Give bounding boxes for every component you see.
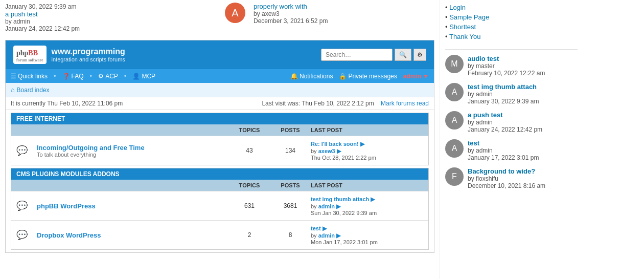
forum-nav-right: 🔔 Notifications 🔒 Private messages admin… bbox=[290, 73, 429, 80]
col-header-name bbox=[16, 127, 229, 133]
nav-quicklinks[interactable]: ☰ Quick links bbox=[11, 73, 48, 80]
forum-last-by: by axew3 ▶ bbox=[311, 147, 423, 155]
category-title: FREE INTERNET bbox=[11, 113, 428, 124]
page-link[interactable]: Thank You bbox=[449, 33, 480, 40]
nav-mcp[interactable]: 👤 MCP bbox=[132, 73, 155, 80]
page-item: Sample Page bbox=[445, 12, 578, 22]
comment-avatar: M bbox=[445, 55, 464, 73]
col-header-topics: TOPICS bbox=[229, 127, 270, 133]
col-header-posts: POSTS bbox=[270, 127, 311, 133]
comment-title-link[interactable]: test img thumb attach bbox=[468, 83, 539, 91]
recent-comment-item: A a push test by admin January 24, 2022 … bbox=[445, 111, 578, 133]
recent-comment-item: A test by admin January 17, 2022 3:01 pm bbox=[445, 139, 578, 161]
category-title: CMS PLUGINS MODULES ADDONS bbox=[11, 168, 428, 180]
lock-icon: 🔒 bbox=[339, 73, 347, 80]
forum-nav: ☰ Quick links • ❓ FAQ • ⚙ ACP • bbox=[6, 69, 434, 83]
forum-last-title[interactable]: test img thumb attach bbox=[311, 196, 369, 202]
post-meta-right: by axew3 bbox=[254, 10, 434, 17]
forum-row: 💬 phpBB WordPress 631 3681 test img thum… bbox=[11, 191, 428, 220]
mark-read-link[interactable]: Mark forums read bbox=[381, 100, 429, 107]
nav-divider-2: • bbox=[90, 72, 93, 80]
post-title-right[interactable]: properly work with bbox=[254, 3, 434, 10]
forum-icon: 💬 bbox=[16, 200, 32, 211]
forum-desc: To talk about everything bbox=[37, 152, 229, 158]
page-link[interactable]: Shorttest bbox=[449, 23, 476, 31]
site-subtitle: integration and scripts forums bbox=[52, 56, 125, 62]
col-header-topics: TOPICS bbox=[229, 182, 270, 188]
forum-last: Re: I'll back soon! ▶ by axew3 ▶ Thu Oct… bbox=[311, 140, 423, 161]
post-meta-left: by admin bbox=[5, 18, 215, 25]
nav-notifications[interactable]: 🔔 Notifications bbox=[290, 73, 333, 80]
comment-avatar: A bbox=[445, 83, 464, 101]
comment-title-link[interactable]: a push test bbox=[468, 111, 542, 119]
page-link[interactable]: Login bbox=[449, 4, 466, 11]
search-input[interactable] bbox=[321, 49, 393, 61]
comment-avatar: F bbox=[445, 167, 464, 186]
comment-date: December 10, 2021 8:16 am bbox=[468, 182, 545, 189]
forum-name-link[interactable]: phpBB WordPress bbox=[37, 202, 96, 210]
home-icon: ⌂ bbox=[11, 86, 15, 94]
forum-posts: 8 bbox=[270, 231, 311, 239]
nav-admin[interactable]: admin ▼ bbox=[403, 73, 429, 80]
post-date-left: January 24, 2022 12:42 pm bbox=[5, 25, 215, 32]
avatar-right: A bbox=[225, 3, 245, 23]
sidebar-pages: LoginSample PageShorttestThank You bbox=[445, 0, 578, 41]
comment-title-link[interactable]: Background to wide? bbox=[468, 167, 545, 175]
forum-last-title[interactable]: Re: I'll back soon! bbox=[311, 141, 359, 147]
forum-status-bar: It is currently Thu Feb 10, 2022 11:06 p… bbox=[6, 97, 434, 110]
col-header-last: LAST POST bbox=[311, 127, 423, 133]
forum-name-link[interactable]: Dropbox WordPress bbox=[37, 231, 101, 239]
forum-embed: phpBB forum software www.programming int… bbox=[5, 40, 434, 253]
comment-date: January 24, 2022 12:42 pm bbox=[468, 126, 542, 133]
comment-by: by admin bbox=[468, 147, 539, 154]
category-header: TOPICS POSTS LAST POST bbox=[11, 124, 428, 136]
category-header: TOPICS POSTS LAST POST bbox=[11, 180, 428, 191]
forum-posts: 3681 bbox=[270, 202, 311, 209]
top-date-left: January 30, 2022 9:39 am bbox=[5, 3, 76, 10]
forum-name-link[interactable]: Incoming/Outgoing and Free Time bbox=[37, 144, 145, 152]
recent-post-right: A properly work with by axew3 December 3… bbox=[225, 3, 434, 32]
advanced-search-button[interactable]: ⚙ bbox=[413, 49, 426, 61]
acp-icon: ⚙ bbox=[98, 73, 104, 80]
forum-last-by: by admin ▶ bbox=[311, 232, 423, 239]
forum-last-author[interactable]: axew3 bbox=[318, 148, 335, 154]
forum-last-author[interactable]: admin bbox=[318, 203, 335, 209]
search-button[interactable]: 🔍 bbox=[395, 49, 411, 61]
forum-info: phpBB WordPress bbox=[37, 202, 229, 210]
pages-list: LoginSample PageShorttestThank You bbox=[445, 3, 578, 41]
nav-faq[interactable]: ❓ FAQ bbox=[62, 73, 84, 80]
comment-avatar: A bbox=[445, 111, 464, 130]
forum-topics: 43 bbox=[229, 147, 270, 154]
comment-info: test img thumb attach by admin January 3… bbox=[468, 83, 539, 105]
comment-title-link[interactable]: test bbox=[468, 139, 539, 147]
forum-row: 💬 Incoming/Outgoing and Free Time To tal… bbox=[11, 136, 428, 165]
forum-icon: 💬 bbox=[16, 145, 32, 156]
board-index-link[interactable]: Board index bbox=[16, 87, 49, 94]
forum-last-author[interactable]: admin bbox=[318, 232, 335, 239]
page-link[interactable]: Sample Page bbox=[449, 13, 489, 21]
list-icon: ☰ bbox=[11, 73, 16, 80]
post-go-icon: ▶ bbox=[337, 147, 341, 155]
forum-topics: 631 bbox=[229, 202, 270, 209]
nav-private-messages[interactable]: 🔒 Private messages bbox=[339, 73, 397, 80]
categories-container: FREE INTERNET TOPICS POSTS LAST POST 💬 I… bbox=[8, 113, 431, 250]
comment-info: audio test by master February 10, 2022 1… bbox=[468, 55, 545, 77]
comment-avatar: A bbox=[445, 139, 464, 158]
comment-info: test by admin January 17, 2022 3:01 pm bbox=[468, 139, 539, 161]
phpbb-logo: phpBB forum software bbox=[13, 46, 47, 64]
page-item: Shorttest bbox=[445, 22, 578, 32]
site-title: www.programming bbox=[52, 47, 125, 56]
comment-title-link[interactable]: audio test bbox=[468, 55, 545, 62]
comment-info: Background to wide? by floxshifu Decembe… bbox=[468, 167, 545, 189]
forum-last-title[interactable]: test bbox=[311, 225, 321, 231]
mcp-icon: 👤 bbox=[132, 73, 140, 80]
faq-icon: ❓ bbox=[62, 73, 70, 80]
col-header-last: LAST POST bbox=[311, 182, 423, 188]
dropdown-icon: ▼ bbox=[423, 73, 429, 80]
forum-last: test ▶ by admin ▶ Mon Jan 17, 2022 3:01 … bbox=[311, 225, 423, 245]
nav-acp[interactable]: ⚙ ACP bbox=[98, 73, 118, 80]
post-title-left[interactable]: a push test bbox=[5, 10, 215, 18]
post-date-right: December 3, 2021 6:52 pm bbox=[254, 17, 434, 25]
recent-comment-item: M audio test by master February 10, 2022… bbox=[445, 55, 578, 77]
current-time: It is currently Thu Feb 10, 2022 11:06 p… bbox=[11, 100, 123, 107]
